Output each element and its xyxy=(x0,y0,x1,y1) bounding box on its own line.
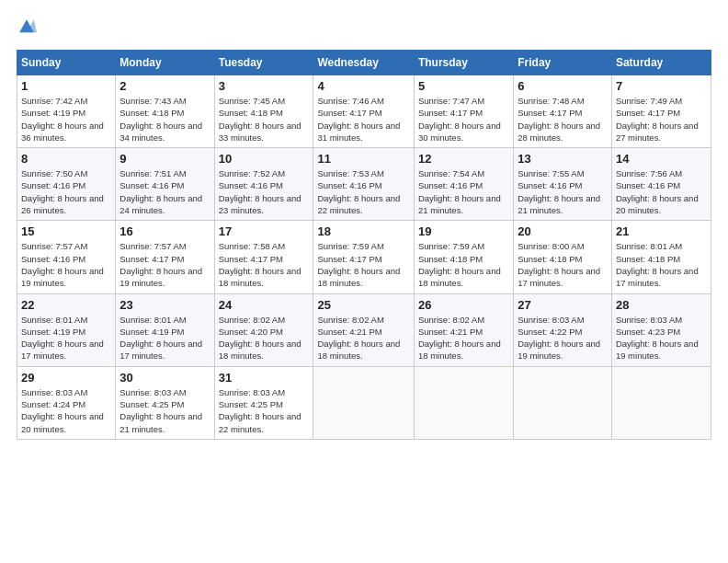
day-info: Sunrise: 8:00 AMSunset: 4:18 PMDaylight:… xyxy=(518,241,600,288)
day-info: Sunrise: 8:03 AMSunset: 4:24 PMDaylight:… xyxy=(21,387,104,434)
day-info: Sunrise: 8:02 AMSunset: 4:21 PMDaylight:… xyxy=(418,315,501,362)
day-number: 31 xyxy=(219,371,310,385)
calendar-cell: 29 Sunrise: 8:03 AMSunset: 4:24 PMDaylig… xyxy=(17,366,116,439)
day-number: 7 xyxy=(616,79,707,93)
calendar-cell: 22 Sunrise: 8:01 AMSunset: 4:19 PMDaylig… xyxy=(17,293,116,366)
calendar-cell: 23 Sunrise: 8:01 AMSunset: 4:19 PMDaylig… xyxy=(116,293,214,366)
calendar-cell: 21 Sunrise: 8:01 AMSunset: 4:18 PMDaylig… xyxy=(611,221,711,293)
column-header-row: SundayMondayTuesdayWednesdayThursdayFrid… xyxy=(17,51,711,75)
day-number: 13 xyxy=(518,152,608,166)
column-header-sunday: Sunday xyxy=(17,51,116,75)
calendar-cell: 16 Sunrise: 7:57 AMSunset: 4:17 PMDaylig… xyxy=(116,221,214,293)
day-number: 18 xyxy=(317,224,409,238)
day-number: 5 xyxy=(418,79,509,93)
day-info: Sunrise: 7:53 AMSunset: 4:16 PMDaylight:… xyxy=(317,168,400,215)
day-info: Sunrise: 7:59 AMSunset: 4:18 PMDaylight:… xyxy=(418,241,501,288)
calendar-cell: 20 Sunrise: 8:00 AMSunset: 4:18 PMDaylig… xyxy=(514,221,612,293)
calendar-cell: 10 Sunrise: 7:52 AMSunset: 4:16 PMDaylig… xyxy=(214,148,313,221)
page: SundayMondayTuesdayWednesdayThursdayFrid… xyxy=(0,0,728,563)
day-number: 6 xyxy=(518,79,608,93)
day-number: 10 xyxy=(219,152,310,166)
day-info: Sunrise: 8:01 AMSunset: 4:19 PMDaylight:… xyxy=(21,315,104,362)
day-number: 3 xyxy=(219,79,310,93)
calendar-cell: 9 Sunrise: 7:51 AMSunset: 4:16 PMDayligh… xyxy=(116,148,214,221)
day-info: Sunrise: 7:54 AMSunset: 4:16 PMDaylight:… xyxy=(418,168,501,215)
day-info: Sunrise: 7:42 AMSunset: 4:19 PMDaylight:… xyxy=(21,96,104,143)
day-info: Sunrise: 7:45 AMSunset: 4:18 PMDaylight:… xyxy=(219,96,301,143)
day-number: 24 xyxy=(219,298,310,312)
calendar-cell: 15 Sunrise: 7:57 AMSunset: 4:16 PMDaylig… xyxy=(17,221,116,293)
calendar-cell: 7 Sunrise: 7:49 AMSunset: 4:17 PMDayligh… xyxy=(611,75,711,148)
day-info: Sunrise: 7:46 AMSunset: 4:17 PMDaylight:… xyxy=(317,96,400,143)
logo xyxy=(17,17,40,40)
week-row-2: 8 Sunrise: 7:50 AMSunset: 4:16 PMDayligh… xyxy=(17,148,711,221)
day-info: Sunrise: 7:56 AMSunset: 4:16 PMDaylight:… xyxy=(616,168,699,215)
day-info: Sunrise: 8:03 AMSunset: 4:25 PMDaylight:… xyxy=(119,387,202,434)
day-info: Sunrise: 7:50 AMSunset: 4:16 PMDaylight:… xyxy=(21,168,104,215)
calendar-cell xyxy=(414,366,513,439)
calendar-cell: 14 Sunrise: 7:56 AMSunset: 4:16 PMDaylig… xyxy=(611,148,711,221)
day-number: 20 xyxy=(518,224,608,238)
column-header-thursday: Thursday xyxy=(414,51,513,75)
day-info: Sunrise: 8:01 AMSunset: 4:18 PMDaylight:… xyxy=(616,241,699,288)
day-info: Sunrise: 8:03 AMSunset: 4:22 PMDaylight:… xyxy=(518,315,600,362)
day-info: Sunrise: 7:58 AMSunset: 4:17 PMDaylight:… xyxy=(219,241,301,288)
day-number: 16 xyxy=(119,224,210,238)
week-row-1: 1 Sunrise: 7:42 AMSunset: 4:19 PMDayligh… xyxy=(17,75,711,148)
calendar-cell: 3 Sunrise: 7:45 AMSunset: 4:18 PMDayligh… xyxy=(214,75,313,148)
day-number: 14 xyxy=(616,152,707,166)
day-info: Sunrise: 7:49 AMSunset: 4:17 PMDaylight:… xyxy=(616,96,699,143)
day-info: Sunrise: 7:52 AMSunset: 4:16 PMDaylight:… xyxy=(219,168,301,215)
day-info: Sunrise: 7:51 AMSunset: 4:16 PMDaylight:… xyxy=(119,168,202,215)
calendar-cell: 18 Sunrise: 7:59 AMSunset: 4:17 PMDaylig… xyxy=(313,221,414,293)
day-info: Sunrise: 8:03 AMSunset: 4:23 PMDaylight:… xyxy=(616,315,699,362)
column-header-wednesday: Wednesday xyxy=(313,51,414,75)
day-info: Sunrise: 8:03 AMSunset: 4:25 PMDaylight:… xyxy=(219,387,301,434)
calendar-cell: 6 Sunrise: 7:48 AMSunset: 4:17 PMDayligh… xyxy=(514,75,612,148)
day-number: 9 xyxy=(119,152,210,166)
calendar-cell: 5 Sunrise: 7:47 AMSunset: 4:17 PMDayligh… xyxy=(414,75,513,148)
calendar-cell: 11 Sunrise: 7:53 AMSunset: 4:16 PMDaylig… xyxy=(313,148,414,221)
day-number: 1 xyxy=(21,79,111,93)
calendar-cell: 17 Sunrise: 7:58 AMSunset: 4:17 PMDaylig… xyxy=(214,221,313,293)
calendar-cell xyxy=(611,366,711,439)
day-number: 22 xyxy=(21,298,111,312)
day-info: Sunrise: 7:43 AMSunset: 4:18 PMDaylight:… xyxy=(119,96,202,143)
day-info: Sunrise: 8:02 AMSunset: 4:20 PMDaylight:… xyxy=(219,315,301,362)
column-header-monday: Monday xyxy=(116,51,214,75)
day-number: 25 xyxy=(317,298,409,312)
calendar-cell: 8 Sunrise: 7:50 AMSunset: 4:16 PMDayligh… xyxy=(17,148,116,221)
calendar-cell: 27 Sunrise: 8:03 AMSunset: 4:22 PMDaylig… xyxy=(514,293,612,366)
day-number: 15 xyxy=(21,224,111,238)
calendar-cell: 4 Sunrise: 7:46 AMSunset: 4:17 PMDayligh… xyxy=(313,75,414,148)
day-info: Sunrise: 7:57 AMSunset: 4:16 PMDaylight:… xyxy=(21,241,104,288)
week-row-3: 15 Sunrise: 7:57 AMSunset: 4:16 PMDaylig… xyxy=(17,221,711,293)
day-number: 28 xyxy=(616,298,707,312)
calendar-cell: 24 Sunrise: 8:02 AMSunset: 4:20 PMDaylig… xyxy=(214,293,313,366)
day-number: 12 xyxy=(418,152,509,166)
day-number: 17 xyxy=(219,224,310,238)
day-info: Sunrise: 7:55 AMSunset: 4:16 PMDaylight:… xyxy=(518,168,600,215)
calendar-cell: 2 Sunrise: 7:43 AMSunset: 4:18 PMDayligh… xyxy=(116,75,214,148)
column-header-friday: Friday xyxy=(514,51,612,75)
day-number: 23 xyxy=(119,298,210,312)
day-info: Sunrise: 7:47 AMSunset: 4:17 PMDaylight:… xyxy=(418,96,501,143)
day-number: 27 xyxy=(518,298,608,312)
calendar-cell: 25 Sunrise: 8:02 AMSunset: 4:21 PMDaylig… xyxy=(313,293,414,366)
column-header-tuesday: Tuesday xyxy=(214,51,313,75)
calendar-cell: 12 Sunrise: 7:54 AMSunset: 4:16 PMDaylig… xyxy=(414,148,513,221)
day-info: Sunrise: 8:01 AMSunset: 4:19 PMDaylight:… xyxy=(119,315,202,362)
day-number: 2 xyxy=(119,79,210,93)
calendar-cell: 19 Sunrise: 7:59 AMSunset: 4:18 PMDaylig… xyxy=(414,221,513,293)
calendar-cell: 26 Sunrise: 8:02 AMSunset: 4:21 PMDaylig… xyxy=(414,293,513,366)
day-info: Sunrise: 7:59 AMSunset: 4:17 PMDaylight:… xyxy=(317,241,400,288)
day-info: Sunrise: 8:02 AMSunset: 4:21 PMDaylight:… xyxy=(317,315,400,362)
calendar-cell: 31 Sunrise: 8:03 AMSunset: 4:25 PMDaylig… xyxy=(214,366,313,439)
day-number: 26 xyxy=(418,298,509,312)
calendar-cell xyxy=(313,366,414,439)
week-row-5: 29 Sunrise: 8:03 AMSunset: 4:24 PMDaylig… xyxy=(17,366,711,439)
logo-icon xyxy=(17,17,37,40)
calendar-cell xyxy=(514,366,612,439)
calendar-cell: 1 Sunrise: 7:42 AMSunset: 4:19 PMDayligh… xyxy=(17,75,116,148)
day-number: 8 xyxy=(21,152,111,166)
